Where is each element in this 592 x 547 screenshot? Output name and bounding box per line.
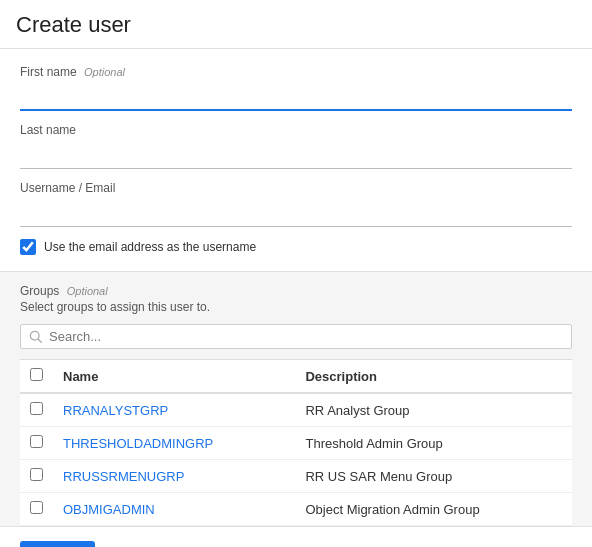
table-row: RRUSSRMENUGRP RR US SAR Menu Group <box>20 460 572 493</box>
first-name-label: First name Optional <box>20 65 572 79</box>
row-checkbox[interactable] <box>30 435 43 448</box>
group-name-link[interactable]: RRUSSRMENUGRP <box>63 469 184 484</box>
table-row: OBJMIGADMIN Object Migration Admin Group <box>20 493 572 526</box>
row-checkbox-cell <box>20 493 53 526</box>
cancel-button[interactable]: Cancel <box>109 541 157 547</box>
use-email-checkbox[interactable] <box>20 239 36 255</box>
row-description: Object Migration Admin Group <box>295 493 572 526</box>
last-name-group: Last name <box>20 123 572 169</box>
groups-section: Groups Optional Select groups to assign … <box>0 272 592 526</box>
row-name: OBJMIGADMIN <box>53 493 295 526</box>
row-name: RRANALYSTGRP <box>53 393 295 427</box>
username-label: Username / Email <box>20 181 572 195</box>
groups-table: Name Description RRANALYSTGRP RR Analyst… <box>20 360 572 526</box>
row-checkbox[interactable] <box>30 402 43 415</box>
select-all-checkbox[interactable] <box>30 368 43 381</box>
col-name-header: Name <box>53 360 295 393</box>
last-name-input[interactable] <box>20 141 572 169</box>
username-input[interactable] <box>20 199 572 227</box>
table-row: THRESHOLDADMINGRP Threshold Admin Group <box>20 427 572 460</box>
svg-line-1 <box>38 339 41 342</box>
row-description: Threshold Admin Group <box>295 427 572 460</box>
groups-description: Select groups to assign this user to. <box>20 300 572 314</box>
select-all-header <box>20 360 53 393</box>
action-bar: Create Cancel <box>0 526 592 547</box>
table-header-row: Name Description <box>20 360 572 393</box>
use-email-checkbox-row: Use the email address as the username <box>20 239 572 255</box>
row-name: RRUSSRMENUGRP <box>53 460 295 493</box>
row-checkbox-cell <box>20 393 53 427</box>
search-icon <box>29 330 43 344</box>
row-description: RR Analyst Group <box>295 393 572 427</box>
form-section: First name Optional Last name Username /… <box>0 49 592 272</box>
row-checkbox[interactable] <box>30 468 43 481</box>
page-header: Create user <box>0 0 592 49</box>
first-name-group: First name Optional <box>20 65 572 111</box>
create-button[interactable]: Create <box>20 541 95 547</box>
row-description: RR US SAR Menu Group <box>295 460 572 493</box>
row-name: THRESHOLDADMINGRP <box>53 427 295 460</box>
group-name-link[interactable]: OBJMIGADMIN <box>63 502 155 517</box>
groups-table-wrapper: Name Description RRANALYSTGRP RR Analyst… <box>20 359 572 526</box>
table-row: RRANALYSTGRP RR Analyst Group <box>20 393 572 427</box>
groups-label: Groups Optional <box>20 284 572 298</box>
first-name-input[interactable] <box>20 83 572 111</box>
col-description-header: Description <box>295 360 572 393</box>
username-group: Username / Email <box>20 181 572 227</box>
row-checkbox-cell <box>20 427 53 460</box>
use-email-label: Use the email address as the username <box>44 240 256 254</box>
group-name-link[interactable]: THRESHOLDADMINGRP <box>63 436 213 451</box>
last-name-label: Last name <box>20 123 572 137</box>
search-box <box>20 324 572 349</box>
row-checkbox[interactable] <box>30 501 43 514</box>
page-title: Create user <box>16 12 576 38</box>
row-checkbox-cell <box>20 460 53 493</box>
groups-search-input[interactable] <box>49 329 563 344</box>
group-name-link[interactable]: RRANALYSTGRP <box>63 403 168 418</box>
